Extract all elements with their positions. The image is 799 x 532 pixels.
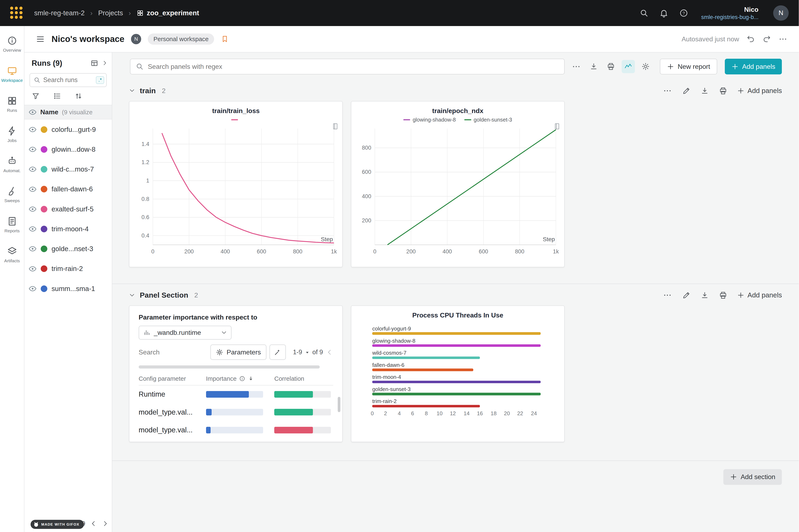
- eye-icon[interactable]: [28, 108, 37, 116]
- param-row[interactable]: model_type.val...: [139, 421, 333, 439]
- cpu-bar-row[interactable]: trim-moon-4: [372, 374, 554, 383]
- param-row[interactable]: model_type.val...: [139, 403, 333, 421]
- filter-icon[interactable]: [32, 92, 40, 100]
- run-row[interactable]: trim-moon-4: [24, 219, 112, 239]
- user-avatar[interactable]: N: [773, 5, 788, 21]
- parameters-button[interactable]: Parameters: [210, 344, 266, 360]
- panel-search-input[interactable]: [148, 63, 559, 71]
- cpu-bar-row[interactable]: golden-sunset-3: [372, 386, 554, 395]
- eye-icon[interactable]: [28, 205, 37, 213]
- panel-cpu-threads[interactable]: Process CPU Threads In Use colorful-yogu…: [351, 305, 565, 442]
- cpu-bar-row[interactable]: glowing-shadow-8: [372, 338, 554, 347]
- group-list-icon[interactable]: [53, 92, 61, 100]
- workspace-type-pill[interactable]: Personal workspace: [148, 34, 214, 45]
- magic-wand-button[interactable]: [269, 344, 286, 360]
- eye-icon[interactable]: [28, 265, 37, 273]
- regex-toggle[interactable]: .*: [96, 76, 104, 84]
- horizontal-scrollbar[interactable]: [139, 365, 320, 368]
- train-loss-chart[interactable]: 0.40.60.811.21.402004006008001kStep: [129, 125, 343, 260]
- cpu-bar-row[interactable]: wild-cosmos-7: [372, 350, 554, 359]
- vertical-scrollbar[interactable]: [338, 397, 340, 412]
- previous-page-icon[interactable]: [90, 520, 97, 527]
- section-title[interactable]: train: [140, 87, 156, 95]
- redo-icon[interactable]: [763, 35, 771, 43]
- user-block[interactable]: Nico smle-registries-bug-b...: [701, 5, 759, 21]
- eye-icon[interactable]: [28, 165, 37, 173]
- run-row[interactable]: exalted-surf-5: [24, 199, 112, 219]
- rail-item-artifacts[interactable]: Artifacts: [0, 240, 24, 270]
- rail-item-automat[interactable]: Automat.: [0, 149, 24, 179]
- export-icon[interactable]: [701, 87, 709, 95]
- rail-item-reports[interactable]: Reports: [0, 210, 24, 240]
- undo-icon[interactable]: [747, 35, 755, 43]
- print-icon[interactable]: [719, 291, 727, 299]
- expand-panel-icon[interactable]: [102, 60, 108, 66]
- run-row[interactable]: colorfu...gurt-9: [24, 119, 112, 139]
- runs-search-input[interactable]: [43, 76, 93, 84]
- column-config-parameter[interactable]: Config parameter: [139, 375, 206, 382]
- info-icon[interactable]: [239, 376, 245, 382]
- user-team-link[interactable]: smle-registries-bug-b...: [701, 14, 759, 21]
- eye-icon[interactable]: [28, 245, 37, 253]
- bookmark-icon[interactable]: [221, 35, 229, 43]
- breadcrumb-item[interactable]: smle-reg-team-2: [34, 9, 84, 17]
- rail-item-jobs[interactable]: Jobs: [0, 119, 24, 149]
- column-correlation[interactable]: Correlation: [274, 375, 333, 382]
- hamburger-menu-icon[interactable]: [36, 35, 45, 44]
- cpu-threads-chart[interactable]: colorful-yogurt-9glowing-shadow-8wild-co…: [351, 319, 564, 419]
- cpu-bar-row[interactable]: fallen-dawn-6: [372, 362, 554, 371]
- rail-item-sweeps[interactable]: Sweeps: [0, 179, 24, 210]
- breadcrumb-item[interactable]: zoo_experiment: [137, 9, 199, 17]
- legend-item[interactable]: glowing-shadow-8: [403, 117, 456, 123]
- more-options-icon[interactable]: [572, 62, 581, 71]
- param-pager[interactable]: 1-9 of 9: [293, 348, 323, 356]
- runs-list-header[interactable]: Name (9 visualize: [24, 105, 112, 120]
- column-importance[interactable]: Importance: [206, 375, 236, 382]
- rail-item-workspace[interactable]: Workspace: [0, 59, 24, 89]
- eye-icon[interactable]: [28, 126, 37, 134]
- export-icon[interactable]: [701, 291, 709, 299]
- add-panels-button[interactable]: Add panels: [725, 59, 782, 75]
- cpu-bar-row[interactable]: trim-rain-2: [372, 398, 554, 407]
- rail-item-overview[interactable]: Overview: [0, 29, 24, 59]
- search-icon[interactable]: [640, 8, 649, 18]
- print-icon[interactable]: [607, 62, 615, 71]
- add-section-button[interactable]: Add section: [723, 469, 782, 485]
- sort-icon[interactable]: [74, 92, 82, 100]
- wandb-logo-icon[interactable]: [10, 6, 23, 19]
- panel-epoch-ndx[interactable]: train/epoch_ndx glowing-shadow-8golden-s…: [351, 101, 565, 267]
- section-add-panels-button[interactable]: Add panels: [737, 87, 782, 95]
- run-row[interactable]: summ...sma-1: [24, 279, 112, 299]
- rail-item-runs[interactable]: Runs: [0, 89, 24, 119]
- settings-gear-icon[interactable]: [642, 62, 650, 71]
- more-options-icon[interactable]: [663, 86, 672, 95]
- new-report-button[interactable]: New report: [660, 59, 717, 75]
- sort-desc-icon[interactable]: [248, 376, 254, 382]
- run-row[interactable]: fallen-dawn-6: [24, 179, 112, 199]
- eye-icon[interactable]: [28, 185, 37, 193]
- panel-flag-icon[interactable]: [332, 123, 339, 130]
- run-row[interactable]: golde...nset-3: [24, 239, 112, 259]
- edit-section-icon[interactable]: [682, 291, 690, 299]
- legend-item[interactable]: golden-sunset-3: [464, 117, 512, 123]
- cpu-bar-row[interactable]: colorful-yogurt-9: [372, 326, 554, 335]
- eye-icon[interactable]: [28, 145, 37, 153]
- chevron-down-icon[interactable]: [129, 292, 135, 299]
- panel-parameter-importance[interactable]: Parameter importance with respect to _wa…: [129, 305, 343, 442]
- notifications-bell-icon[interactable]: [659, 8, 668, 18]
- chevron-down-icon[interactable]: [129, 88, 135, 94]
- run-row[interactable]: glowin...dow-8: [24, 139, 112, 159]
- runs-table-icon[interactable]: [90, 59, 98, 67]
- eye-icon[interactable]: [28, 285, 37, 293]
- export-icon[interactable]: [590, 62, 598, 71]
- pager-previous-icon[interactable]: [326, 349, 333, 356]
- param-row[interactable]: Runtime: [139, 385, 333, 403]
- next-page-icon[interactable]: [102, 520, 109, 527]
- eye-icon[interactable]: [28, 225, 37, 233]
- more-options-icon[interactable]: [778, 35, 787, 44]
- panel-flag-icon[interactable]: [553, 123, 561, 130]
- breadcrumb-item[interactable]: Projects: [98, 9, 123, 17]
- epoch-ndx-chart[interactable]: 20040060080002004006008001kStep: [351, 125, 565, 260]
- section-title[interactable]: Panel Section: [140, 291, 188, 300]
- run-row[interactable]: wild-c...mos-7: [24, 159, 112, 179]
